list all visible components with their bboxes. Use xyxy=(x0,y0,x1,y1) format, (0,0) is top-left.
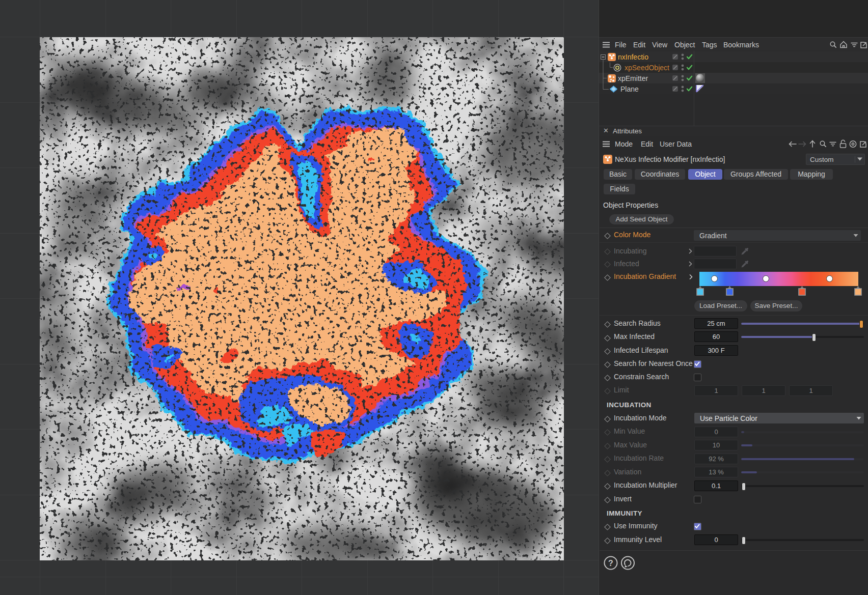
svg-text:?: ? xyxy=(608,559,613,568)
